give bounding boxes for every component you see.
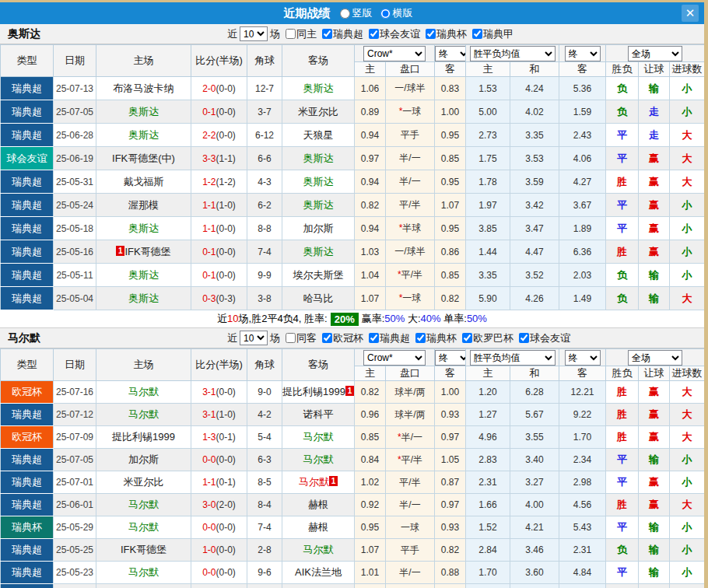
home-team-cell: 奥斯达 — [96, 264, 191, 287]
league-filter[interactable]: 瑞典甲 — [472, 27, 513, 41]
fulltime-score: 1-3 — [202, 432, 216, 443]
avg-draw-cell: 3.53 — [510, 147, 559, 170]
avg-home-cell: 1.20 — [466, 381, 510, 404]
col-avg-away: 客 — [559, 366, 606, 381]
league-checkbox[interactable] — [472, 29, 482, 39]
home-odds-cell: 0.89 — [355, 100, 386, 124]
corners-cell: 8-8 — [247, 217, 282, 240]
odds-company-select[interactable]: Crow* — [363, 350, 426, 366]
red-card-badge: 1 — [345, 386, 354, 396]
league-checkbox[interactable] — [415, 333, 426, 343]
same-venue-filter[interactable]: 同主 — [286, 27, 317, 41]
home-odds-cell: 0.97 — [355, 147, 386, 170]
league-checkbox[interactable] — [426, 29, 436, 39]
halftime-score: (0-0) — [216, 387, 236, 397]
col-home-odds: 主 — [355, 62, 386, 77]
goals-cell: 大 — [670, 124, 705, 147]
match-row: 瑞典超25-05-04奥斯达0-3(0-3)3-8哈马比1.07*一球0.825… — [1, 287, 705, 310]
date-cell: 25-06-01 — [54, 494, 96, 516]
handicap-result-cell: 赢 — [639, 381, 670, 404]
match-row: 瑞典超25-05-24渥那模1-1(1-0)6-2奥斯达0.82平/半1.071… — [1, 194, 705, 217]
horizontal-radio-input[interactable] — [380, 9, 391, 19]
avg-away-cell: 4.27 — [559, 170, 606, 194]
away-odds-cell: 1.00 — [435, 100, 466, 124]
handicap-result-cell: 走 — [639, 100, 670, 124]
league-filter[interactable]: 瑞典超 — [322, 27, 363, 41]
match-row: 瑞典超25-05-25IFK哥德堡1-0(0-0)2-8马尔默1.07平手0.8… — [1, 539, 705, 562]
avg-select[interactable]: 胜平负均值 — [470, 350, 556, 366]
league-filter[interactable]: 瑞典杯 — [415, 331, 457, 345]
avg-home-cell: 1.44 — [466, 240, 510, 264]
layout-radio-vertical[interactable]: 竖版 — [340, 6, 373, 20]
corners-cell: 8-2 — [247, 584, 282, 588]
odds-stage-select[interactable]: 终 — [435, 350, 466, 366]
league-checkbox[interactable] — [369, 29, 379, 39]
halftime-score: (0-0) — [216, 454, 236, 465]
corners-cell: 4-2 — [247, 404, 282, 426]
avg-select[interactable]: 胜平负均值 — [470, 46, 556, 61]
close-icon[interactable]: ✕ — [682, 5, 699, 22]
league-checkbox[interactable] — [322, 29, 332, 39]
date-cell: 25-07-05 — [54, 449, 96, 471]
goals-cell: 小 — [670, 217, 705, 240]
league-checkbox[interactable] — [369, 333, 379, 343]
match-count-select[interactable]: 10 — [240, 26, 268, 41]
filter-bar: 近 10 场 同客 欧冠杯 瑞典超 瑞典杯 欧罗巴杯 球会友谊 — [227, 331, 570, 345]
league-filter[interactable]: 欧罗巴杯 — [462, 331, 513, 345]
col-avg-draw: 和 — [510, 62, 559, 77]
col-type: 类型 — [1, 349, 54, 381]
goals-cell: 小 — [670, 77, 705, 100]
league-filter[interactable]: 瑞典超 — [369, 331, 410, 345]
avg-stage-select[interactable]: 终 — [565, 350, 601, 366]
handicap-text: 半/一 — [401, 432, 422, 443]
match-count-select[interactable]: 10 — [240, 331, 268, 345]
home-odds-cell: 1.04 — [355, 264, 386, 287]
date-cell: 25-07-16 — [54, 381, 96, 404]
league-checkbox[interactable] — [519, 333, 529, 343]
league-checkbox[interactable] — [462, 333, 472, 343]
fullmatch-select[interactable]: 全场 — [628, 46, 682, 61]
handicap-cell: *一球 — [386, 287, 435, 310]
odds-company-select[interactable]: Crow* — [363, 46, 426, 61]
team-name-text: AIK法兰地 — [295, 566, 342, 578]
vertical-radio-input[interactable] — [340, 9, 350, 19]
layout-radio-horizontal[interactable]: 横版 — [380, 6, 413, 20]
score-cell: 0-1(0-0) — [191, 264, 247, 287]
col-corner: 角球 — [247, 45, 282, 77]
league-checkbox[interactable] — [322, 333, 332, 343]
win-rate-badge: 20% — [331, 313, 359, 326]
same-venue-checkbox[interactable] — [286, 29, 296, 39]
same-venue-filter[interactable]: 同客 — [286, 331, 317, 345]
fulltime-score: 3-1 — [202, 387, 216, 397]
fulltime-score: 3-0 — [202, 499, 216, 510]
fulltime-score: 0-0 — [202, 567, 216, 578]
avg-stage-select[interactable]: 终 — [565, 46, 601, 61]
league-cell: 瑞典超 — [1, 584, 54, 588]
result-cell: 胜 — [606, 170, 639, 194]
handicap-result-cell: 赢 — [639, 426, 670, 449]
league-filter[interactable]: 瑞典杯 — [426, 27, 467, 41]
avg-draw-cell: 3.40 — [510, 449, 559, 471]
league-filter[interactable]: 球会友谊 — [519, 331, 570, 345]
league-cell: 瑞典超 — [1, 100, 54, 124]
team-name-text: 奥斯达 — [128, 292, 159, 304]
result-cell: 平 — [606, 217, 639, 240]
date-cell: 25-05-18 — [54, 584, 96, 588]
fullmatch-select[interactable]: 全场 — [628, 350, 682, 366]
avg-home-cell: 4.96 — [466, 426, 510, 449]
team-name-text: 天狼星 — [303, 129, 334, 141]
score-cell: 0-0(0-0) — [191, 449, 247, 471]
league-filter[interactable]: 球会友谊 — [369, 27, 420, 41]
team-name-text: 奥斯达 — [303, 152, 334, 164]
home-odds-cell: 1.07 — [355, 539, 386, 562]
avg-draw-cell: 3.47 — [510, 217, 559, 240]
corners-cell: 6-6 — [247, 147, 282, 170]
corners-cell: 12-7 — [247, 77, 282, 100]
odds-stage-select[interactable]: 终 — [435, 46, 466, 61]
home-team-cell: 马尔默 — [96, 516, 191, 539]
same-venue-checkbox[interactable] — [286, 333, 296, 343]
score-cell: 0-1(0-0) — [191, 100, 247, 124]
league-filter[interactable]: 欧冠杯 — [322, 331, 363, 345]
summary-item: 赢率:50% — [362, 312, 405, 326]
date-cell: 25-05-16 — [54, 240, 96, 264]
